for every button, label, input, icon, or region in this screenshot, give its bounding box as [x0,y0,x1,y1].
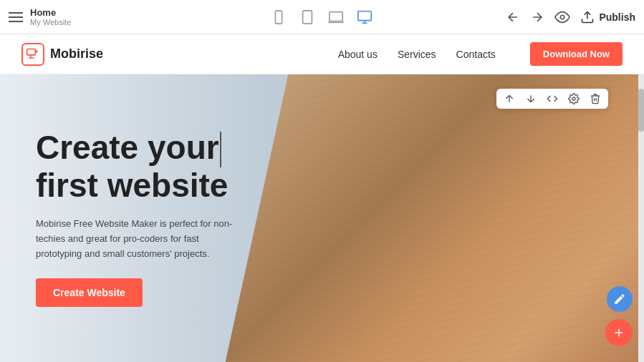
back-button[interactable] [506,10,520,24]
preview-wrapper: Mobirise About us Services Contacts Down… [0,34,644,362]
scrollbar[interactable] [638,74,644,362]
svg-point-6 [561,15,565,19]
device-switcher [219,9,424,25]
hero-section: Create your first website Mobirise Free … [0,74,644,362]
add-fab-button[interactable] [605,319,633,346]
page-subtitle: My Website [30,18,71,26]
logo-icon [21,43,44,66]
svg-rect-8 [27,49,36,54]
preview-button[interactable] [554,9,570,25]
svg-rect-4 [330,11,342,21]
hero-description: Mobirise Free Website Maker is perfect f… [36,217,244,261]
scrollbar-thumb[interactable] [638,89,644,132]
settings-button[interactable] [568,93,580,104]
code-button[interactable] [547,93,558,104]
svg-rect-0 [276,10,282,23]
page-info: Home My Website [30,7,71,26]
move-down-button[interactable] [525,93,537,104]
publish-button[interactable]: Publish [580,10,635,24]
nav-contacts[interactable]: Contacts [456,49,496,60]
page-title: Home [30,7,71,18]
hero-content: Create your first website Mobirise Free … [0,129,244,308]
laptop-device-icon[interactable] [328,9,344,25]
mobile-device-icon[interactable] [271,9,287,25]
site-logo-text: Mobirise [50,47,103,62]
delete-button[interactable] [590,93,601,104]
forward-button[interactable] [530,10,544,24]
tablet-device-icon[interactable] [299,9,315,25]
move-up-button[interactable] [504,93,515,104]
hero-title: Create your first website [36,129,244,204]
top-toolbar: Home My Website [0,0,644,34]
cta-button[interactable]: Create Website [36,278,143,307]
menu-icon[interactable] [9,12,23,22]
nav-about[interactable]: About us [338,49,378,60]
site-nav: About us Services Contacts Download Now [338,42,623,66]
hero-background-image [226,74,644,362]
edit-fab-button[interactable] [607,286,633,312]
download-button[interactable]: Download Now [530,42,623,66]
toolbar-left: Home My Website [9,7,213,26]
toolbar-actions: Publish [431,9,635,25]
float-toolbar [496,89,608,109]
text-cursor [220,132,221,167]
site-logo: Mobirise [21,43,338,66]
nav-services[interactable]: Services [398,49,436,60]
svg-point-11 [572,97,575,100]
svg-rect-2 [303,10,312,23]
site-navbar: Mobirise About us Services Contacts Down… [0,34,644,74]
desktop-device-icon[interactable] [357,9,373,25]
svg-rect-5 [358,11,371,20]
